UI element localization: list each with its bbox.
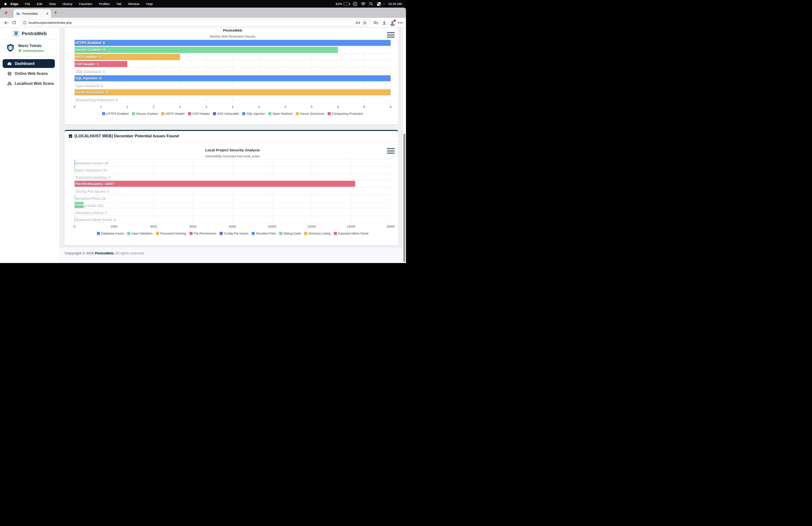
user-name: Mario Toledo [18,44,44,48]
chart-title: PentraWeb [75,28,391,32]
wifi-icon[interactable] [361,2,366,6]
close-window-button[interactable] [4,11,8,14]
x-tick-label: 4 [258,105,260,109]
bar-label: File Permissions: 14207 [75,182,114,186]
battery-status[interactable]: 82% [336,2,349,6]
legend-item[interactable]: Secure Cookies [132,112,158,115]
spotlight-search-icon[interactable] [369,2,373,6]
legend-item[interactable]: Password Hashing [156,232,186,235]
url-text[interactable]: localhost/pen/admin/index.php [29,21,353,25]
legend-item[interactable]: XSS Vulnerable [213,112,239,115]
favorites-list-icon[interactable] [373,20,379,26]
legend-item[interactable]: Config File Issues [220,232,248,235]
apple-logo-icon[interactable] [4,2,8,6]
legend-swatch [279,232,282,235]
bar-label: Config File Issues: 0 [75,189,109,193]
control-center-icon[interactable] [377,2,381,6]
menu-item-favorites[interactable]: Favorites [79,2,92,6]
favorite-star-icon[interactable] [362,20,367,26]
bar [75,75,391,81]
legend-item[interactable]: HSTS Header [161,112,185,115]
user-block: Mario Toledo Administrator [0,40,60,56]
new-tab-button[interactable]: + [54,10,57,15]
legend-item[interactable]: Input Validation [127,232,153,235]
menu-item-tab[interactable]: Tab [116,2,121,6]
close-tab-icon[interactable]: ✕ [46,12,49,15]
chart-legend: Database IssuesInput ValidationPassword … [75,232,391,235]
chart-bar-row: Secure Cookies: 5 [75,46,391,54]
settings-more-icon[interactable]: ••• [398,21,403,25]
x-tick-label: 12000 [307,225,316,228]
legend-swatch [132,112,135,115]
sidebar-item-label: Online Web Scans [15,72,48,76]
page-footer: Copyright © 2025 PentraWeb. All rights r… [60,247,406,263]
chart-bar-row: File Permissions: 14207 [75,180,391,187]
bar-label: Exposed Admin Panel: 3 [75,217,115,221]
address-bar[interactable]: localhost/pen/admin/index.php [20,19,370,26]
legend-item[interactable]: HTTPS Enabled [102,112,129,115]
menu-clock[interactable]: 10:20 AM [388,2,402,6]
bar [75,89,391,95]
site-info-icon[interactable] [23,21,27,25]
browser-tab[interactable]: PentraWeb ✕ [14,9,51,18]
legend-item[interactable]: Server Disclosure [296,112,324,115]
page-scrollbar[interactable] [403,28,406,263]
sitemap-icon [8,82,12,86]
now-playing-icon[interactable] [353,2,357,6]
x-tick-label: 10000 [268,225,276,228]
profile-avatar[interactable] [390,20,395,26]
user-role-badge: Administrator [18,49,44,53]
chart-menu-icon[interactable] [387,32,395,39]
page-content: PentraWeb Mario Toledo Administrator [0,28,406,263]
legend-swatch [97,232,100,235]
legend-item[interactable]: Database Issues [97,232,124,235]
chart-bar-row: Clickjacking Protection: 0 [75,96,391,103]
sidebar-item-localhost-web-scans[interactable]: Localhost Web Scans [3,79,55,88]
chart-legend: HTTPS EnabledSecure CookiesHSTS HeaderCS… [75,112,391,115]
legend-swatch [242,112,245,115]
bar-label: CSP Header: 1 [75,62,99,66]
sidebar-item-dashboard[interactable]: Dashboard [3,59,55,68]
downloads-icon[interactable] [381,20,387,26]
menu-item-profiles[interactable]: Profiles [99,2,110,6]
profile-notification-dot [394,19,396,22]
legend-item[interactable]: SQL Injection [242,112,265,115]
back-icon[interactable] [3,20,10,26]
reload-icon[interactable] [11,20,17,26]
legend-item[interactable]: Open Redirect [268,112,292,115]
legend-item[interactable]: Sensitive Files [252,232,276,235]
menu-item-file[interactable]: File [25,2,30,6]
role-globe-icon [18,49,21,52]
legend-item[interactable]: Debug Code [279,232,301,235]
read-aloud-icon[interactable] [355,20,360,26]
x-tick-label: 14000 [347,225,356,228]
legend-item[interactable]: File Permissions [189,232,216,235]
sidebar: PentraWeb Mario Toledo Administrator [0,28,60,263]
chart-bar-row: Directory Listing: 0 [75,208,391,215]
legend-item[interactable]: CSP Header [188,112,209,115]
chart-bar-row: Password Hashing: 0 [75,173,391,180]
bar-label: HSTS Header: 2 [75,55,101,59]
minimize-window-button[interactable] [10,11,13,14]
legend-item[interactable]: Exposed Admin Panel [334,232,368,235]
menu-item-edit[interactable]: Edit [37,2,42,6]
sidebar-item-online-web-scans[interactable]: Online Web Scans [3,69,55,78]
menu-item-history[interactable]: History [62,2,72,6]
chart-menu-icon[interactable] [387,148,395,155]
scrollbar-thumb[interactable] [403,134,405,262]
legend-item[interactable]: Directory Listing [304,232,331,235]
menu-item-window[interactable]: Window [128,2,139,6]
chart-bar-row: Sensitive Files: 12 [75,194,391,201]
favicon [16,12,20,15]
bar-label: Sensitive Files: 12 [75,196,105,200]
screen: EdgeFileEditViewHistoryFavoritesProfiles… [0,0,406,263]
menu-item-edge[interactable]: Edge [11,2,18,6]
menu-items: EdgeFileEditViewHistoryFavoritesProfiles… [11,2,153,6]
globe-icon [8,72,12,76]
legend-swatch [304,232,307,235]
menu-item-view[interactable]: View [49,2,56,6]
card-header-title: [LOCALHOST WEB] December Potential Issue… [75,134,179,139]
menu-item-help[interactable]: Help [146,2,153,6]
legend-item[interactable]: Clickjacking Protection [328,112,363,115]
chart-bar-row: HSTS Header: 2 [75,54,391,60]
